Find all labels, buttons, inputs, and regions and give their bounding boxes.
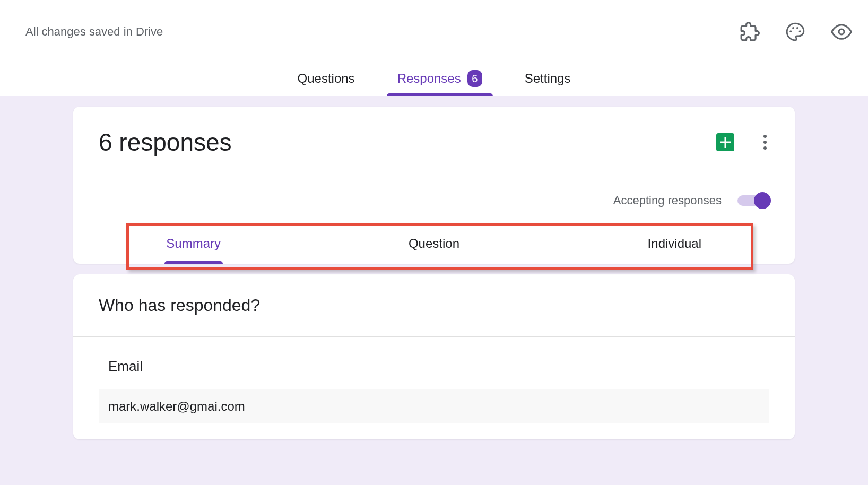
responded-card: Who has responded? Email mark.walker@gma… — [73, 274, 795, 439]
email-column-label: Email — [99, 358, 769, 375]
svg-point-1 — [792, 27, 794, 29]
svg-point-4 — [839, 29, 844, 34]
accepting-responses-label: Accepting responses — [613, 194, 722, 207]
responses-count-badge: 6 — [467, 70, 482, 87]
subtab-summary[interactable]: Summary — [73, 223, 314, 264]
addons-icon[interactable] — [740, 22, 760, 42]
responses-title: 6 responses — [99, 128, 232, 157]
subtab-question[interactable]: Question — [314, 223, 554, 264]
preview-icon[interactable] — [831, 21, 852, 42]
svg-point-0 — [789, 30, 792, 32]
tab-responses[interactable]: Responses 6 — [387, 64, 493, 96]
email-row: mark.walker@gmai.com — [99, 389, 769, 423]
responses-card: 6 responses Accepting responses Summary … — [73, 107, 795, 264]
tab-questions[interactable]: Questions — [287, 64, 366, 96]
tab-responses-label: Responses — [397, 71, 461, 86]
save-status: All changes saved in Drive — [25, 25, 163, 39]
palette-icon[interactable] — [785, 22, 805, 42]
tab-settings[interactable]: Settings — [514, 64, 581, 96]
subtab-individual[interactable]: Individual — [554, 223, 795, 264]
accepting-responses-toggle[interactable] — [737, 195, 769, 206]
divider — [73, 336, 795, 337]
svg-point-3 — [799, 30, 801, 32]
more-menu-icon[interactable] — [761, 132, 769, 152]
responded-title: Who has responded? — [99, 296, 769, 315]
svg-point-2 — [796, 27, 798, 29]
sheets-icon[interactable] — [716, 133, 734, 151]
